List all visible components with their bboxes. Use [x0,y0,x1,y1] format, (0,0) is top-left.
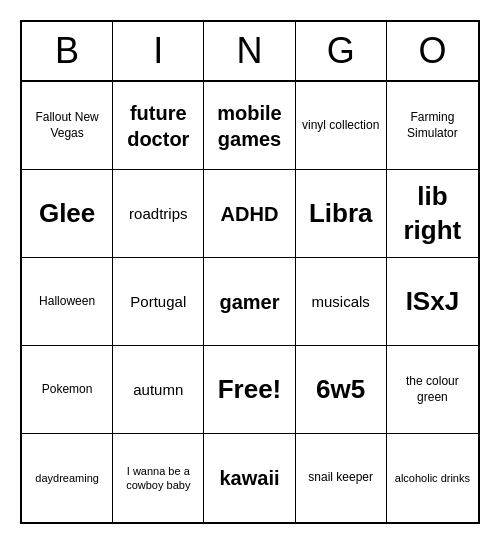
bingo-cell: ISxJ [387,258,478,346]
bingo-cell: autumn [113,346,204,434]
header-letter: I [113,22,204,80]
cell-text: kawaii [219,465,279,491]
cell-text: 6w5 [316,373,365,407]
cell-text: Free! [218,373,282,407]
bingo-cell: the colour green [387,346,478,434]
cell-text: alcoholic drinks [395,471,470,485]
bingo-cell: Farming Simulator [387,82,478,170]
header-letter: G [296,22,387,80]
cell-text: Farming Simulator [391,110,474,141]
bingo-cell: Halloween [22,258,113,346]
bingo-cell: daydreaming [22,434,113,522]
bingo-cell: kawaii [204,434,295,522]
bingo-cell: 6w5 [296,346,387,434]
bingo-cell: vinyl collection [296,82,387,170]
bingo-cell: Fallout New Vegas [22,82,113,170]
bingo-cell: mobile games [204,82,295,170]
bingo-cell: Pokemon [22,346,113,434]
cell-text: Libra [309,197,373,231]
bingo-cell: Glee [22,170,113,258]
cell-text: future doctor [117,100,199,152]
bingo-cell: Libra [296,170,387,258]
cell-text: daydreaming [35,471,99,485]
bingo-grid: Fallout New Vegasfuture doctormobile gam… [22,82,478,522]
bingo-cell: ADHD [204,170,295,258]
cell-text: vinyl collection [302,118,379,134]
cell-text: musicals [312,292,370,312]
cell-text: snail keeper [308,470,373,486]
cell-text: I wanna be a cowboy baby [117,464,199,493]
cell-text: Fallout New Vegas [26,110,108,141]
bingo-cell: roadtrips [113,170,204,258]
cell-text: the colour green [391,374,474,405]
bingo-cell: musicals [296,258,387,346]
cell-text: Halloween [39,294,95,310]
cell-text: Glee [39,197,95,231]
cell-text: lib right [391,180,474,248]
header-letter: N [204,22,295,80]
cell-text: ADHD [221,201,279,227]
bingo-cell: gamer [204,258,295,346]
header-letter: B [22,22,113,80]
cell-text: autumn [133,380,183,400]
bingo-header: BINGO [22,22,478,82]
bingo-cell: lib right [387,170,478,258]
header-letter: O [387,22,478,80]
cell-text: mobile games [208,100,290,152]
cell-text: gamer [219,289,279,315]
cell-text: Portugal [130,292,186,312]
cell-text: ISxJ [406,285,460,319]
cell-text: Pokemon [42,382,93,398]
bingo-cell: I wanna be a cowboy baby [113,434,204,522]
bingo-cell: alcoholic drinks [387,434,478,522]
cell-text: roadtrips [129,204,187,224]
bingo-cell: future doctor [113,82,204,170]
bingo-cell: Portugal [113,258,204,346]
bingo-cell: snail keeper [296,434,387,522]
bingo-card: BINGO Fallout New Vegasfuture doctormobi… [20,20,480,524]
bingo-cell: Free! [204,346,295,434]
